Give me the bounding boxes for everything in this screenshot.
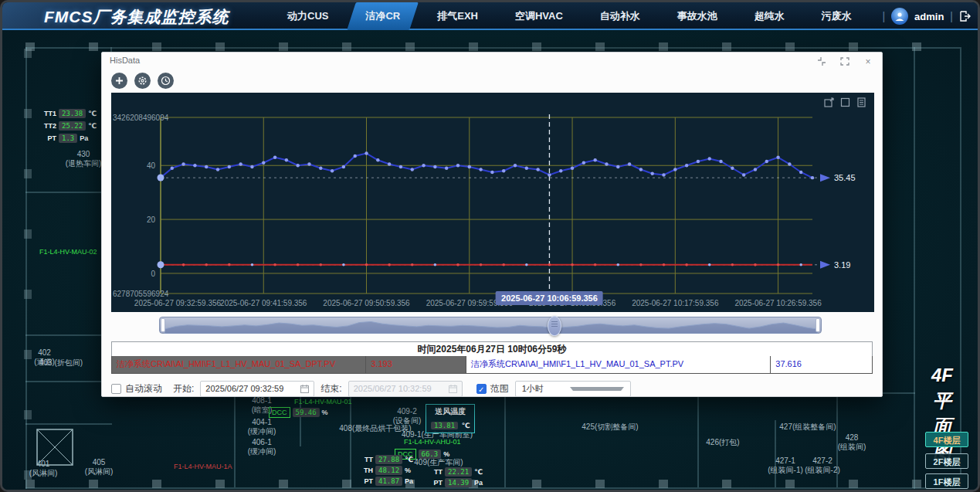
dcc-label: DCC <box>269 407 290 418</box>
fmcs-app-window: TT1 23.38 ℃ TT2 25.22 ℃ PT 1.3 Pa 430 (退… <box>0 0 980 492</box>
dialog-toolbar <box>111 73 174 89</box>
sensor-name: TT <box>429 468 443 476</box>
tab-power-cus[interactable]: 动力CUS <box>269 2 347 30</box>
range-select[interactable]: 1小时 <box>515 381 631 397</box>
range-selected-value: 1小时 <box>522 383 570 395</box>
add-curve-button[interactable] <box>111 73 127 89</box>
floor-button-2f[interactable]: 2F楼层 <box>925 453 968 469</box>
time-range-clock-button[interactable] <box>158 73 174 89</box>
start-datetime-value: 2025/06/27 09:32:59 <box>205 384 296 393</box>
supply-temp-unit: ℃ <box>462 422 470 429</box>
chart-toolbox <box>824 97 866 107</box>
settings-gear-button[interactable] <box>134 73 151 89</box>
close-button[interactable]: × <box>860 56 876 67</box>
sensor-name: TT2 <box>42 122 56 130</box>
sensor-unit: Pa <box>80 134 88 142</box>
chevron-down-icon <box>570 387 624 391</box>
room-label: 428 (组装间) <box>830 433 873 452</box>
tab-label: 污废水 <box>822 9 852 23</box>
chart-canvas[interactable]: 020402025-06-27 09:32:59.3562025-06-27 0… <box>111 93 874 312</box>
tab-label: 洁净CR <box>365 9 400 23</box>
separator: | <box>882 10 885 22</box>
separator: | <box>950 10 953 22</box>
tab-hvac[interactable]: 空调HVAC <box>497 2 582 30</box>
restore-view-icon[interactable] <box>840 97 850 107</box>
wall <box>25 192 112 193</box>
slider-time-knob[interactable] <box>548 316 561 336</box>
sensor-unit: ℃ <box>405 456 413 463</box>
stairs-symbol <box>36 429 73 469</box>
sensor-value: 25.22 <box>59 121 86 131</box>
room-label: 403 (折包间) <box>30 358 92 368</box>
floor-plan-title: 4F 平 面 图 <box>919 362 965 464</box>
curve-value-blue: 37.616 <box>771 356 872 373</box>
end-datetime-input[interactable]: 2025/06/27 10:32:59 <box>348 381 463 397</box>
slider-mini-preview <box>164 322 818 334</box>
floor-button-1f[interactable]: 1F楼层 <box>925 473 968 489</box>
wall <box>234 392 236 487</box>
dcc-value: 59.46 <box>293 408 320 417</box>
tab-accident-pool[interactable]: 事故水池 <box>659 2 736 30</box>
autoscroll-checkbox[interactable] <box>111 384 121 394</box>
tab-clean-cr[interactable]: 洁净CR <box>347 2 419 30</box>
timeline-zoom-slider[interactable] <box>159 317 822 334</box>
sensor-unit: Pa <box>474 479 483 487</box>
sensor-readout: TT 22.21 ℃ <box>429 467 483 477</box>
main-nav: 动力CUS 洁净CR 排气EXH 空调HVAC 自动补水 事故水池 超纯水 污废… <box>269 2 870 30</box>
calendar-icon[interactable] <box>449 385 457 393</box>
wall <box>25 47 960 49</box>
sensor-name: PT <box>42 134 56 142</box>
autoscroll-label: 自动滚动 <box>125 382 162 395</box>
sensor-name: PT <box>359 477 373 485</box>
dcc-readout: DCC 59.46 % <box>269 407 328 418</box>
wall <box>25 423 112 425</box>
end-label: 结束: <box>320 382 341 395</box>
tab-label: 排气EXH <box>437 9 478 23</box>
curve-legend-row[interactable]: 洁净系统CR\AI\AI_HMI\F1_L1_HV_MAU_01_SA_DPT.… <box>111 356 873 374</box>
sensor-readout: TT2 25.22 ℃ <box>42 121 97 131</box>
equipment-label: F1-L4-HV-AHU-01 <box>404 438 461 446</box>
history-trend-chart[interactable]: 020402025-06-27 09:32:59.3562025-06-27 0… <box>111 93 874 312</box>
sensor-readout: TT1 23.38 ℃ <box>42 109 97 118</box>
start-datetime-input[interactable]: 2025/06/27 09:32:59 <box>200 381 314 397</box>
sensor-value: 27.88 <box>375 455 402 464</box>
svg-text:6278705596924: 6278705596924 <box>113 290 169 298</box>
range-checkbox[interactable]: ✓ <box>476 384 487 394</box>
sensor-readout: PT 14.39 Pa <box>429 478 483 487</box>
maximize-button[interactable] <box>837 56 853 67</box>
start-label: 开始: <box>173 382 194 395</box>
save-image-icon[interactable] <box>856 97 866 107</box>
supply-temp-value: 13.81 <box>431 422 458 429</box>
crosshair-time-tooltip: 2025-06-27 10:06:59.356 <box>496 291 603 305</box>
app-title: FMCS厂务集成监控系统 <box>44 6 229 28</box>
room-label: 406-1 (缓冲间) <box>239 438 285 456</box>
hisdata-dialog: HisData × 020402025-06-27 09:32:59.35620… <box>101 52 883 397</box>
supply-temp-box: 送风温度 13.81 ℃ <box>426 404 475 433</box>
room-label: 426(打包) <box>696 438 750 447</box>
floor-button-4f[interactable]: 4F楼层 <box>925 432 968 447</box>
slider-left-handle[interactable] <box>161 318 165 332</box>
user-area: | admin | <box>882 2 972 30</box>
tab-ultrapure-water[interactable]: 超纯水 <box>736 2 803 30</box>
sensor-unit: ℃ <box>474 468 483 476</box>
tab-label: 自动补水 <box>600 9 640 23</box>
dcc-unit: % <box>322 409 328 416</box>
equipment-label-alarm: F1-L4-HV-MAU-1A <box>174 463 232 470</box>
top-navigation-bar: FMCS厂务集成监控系统 动力CUS 洁净CR 排气EXH 空调HVAC 自动补… <box>2 2 978 30</box>
equipment-label: F1-L4-HV-MAU-01 <box>294 398 352 405</box>
zoom-reset-icon[interactable] <box>824 97 834 107</box>
restore-button[interactable] <box>814 56 829 67</box>
dcc-unit: % <box>443 450 449 458</box>
calendar-icon[interactable] <box>300 385 309 393</box>
slider-right-handle[interactable] <box>816 318 820 332</box>
end-datetime-value: 2025/06/27 10:32:59 <box>354 384 444 393</box>
logout-icon[interactable] <box>959 10 972 22</box>
tab-auto-refill[interactable]: 自动补水 <box>582 2 659 30</box>
svg-text:2025-06-27 10:26:59.356: 2025-06-27 10:26:59.356 <box>734 299 822 307</box>
curve-tag-red: 洁净系统CR\AI\AI_HMI\F1_L1_HV_MAU_01_SA_DPT.… <box>112 356 366 373</box>
room-label: 425(切割整备间) <box>568 422 653 432</box>
tab-exhaust-exh[interactable]: 排气EXH <box>419 2 497 30</box>
tab-waste-water[interactable]: 污废水 <box>803 2 870 30</box>
wall <box>504 392 506 487</box>
user-avatar[interactable] <box>891 8 908 25</box>
